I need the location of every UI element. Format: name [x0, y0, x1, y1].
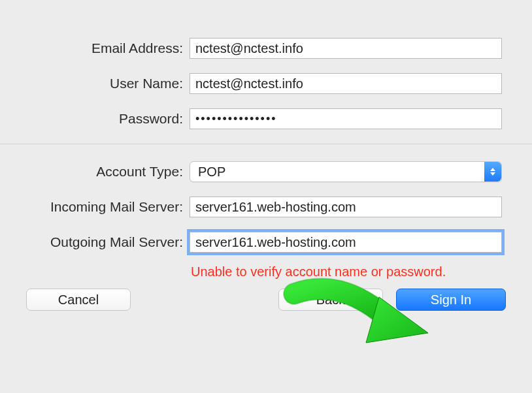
account-type-value: POP — [198, 165, 225, 180]
button-row: Cancel Back Sign In — [0, 289, 532, 311]
incoming-label: Incoming Mail Server: — [0, 199, 190, 215]
row-outgoing: Outgoing Mail Server: — [0, 232, 532, 253]
back-button[interactable]: Back — [278, 289, 383, 311]
cancel-button[interactable]: Cancel — [26, 289, 131, 311]
signin-button[interactable]: Sign In — [396, 289, 506, 311]
incoming-server-field[interactable] — [190, 196, 502, 217]
username-label: User Name: — [0, 76, 190, 91]
row-password: Password: — [0, 108, 532, 129]
account-type-select[interactable]: POP — [190, 161, 502, 182]
mail-account-form: Email Address: User Name: Password: Acco… — [0, 0, 532, 311]
outgoing-label: Outgoing Mail Server: — [0, 234, 190, 250]
password-label: Password: — [0, 111, 190, 127]
row-email: Email Address: — [0, 38, 532, 59]
account-type-label: Account Type: — [0, 164, 190, 180]
email-label: Email Address: — [0, 40, 190, 56]
email-field[interactable] — [190, 38, 502, 59]
row-username: User Name: — [0, 73, 532, 94]
username-field[interactable] — [190, 73, 502, 94]
password-field[interactable] — [190, 108, 502, 129]
row-incoming: Incoming Mail Server: — [0, 196, 532, 217]
outgoing-server-field[interactable] — [190, 232, 502, 253]
row-account-type: Account Type: POP — [0, 161, 532, 182]
chevron-up-down-icon — [484, 162, 501, 181]
error-message: Unable to verify account name or passwor… — [191, 264, 532, 279]
section-divider — [0, 144, 532, 144]
